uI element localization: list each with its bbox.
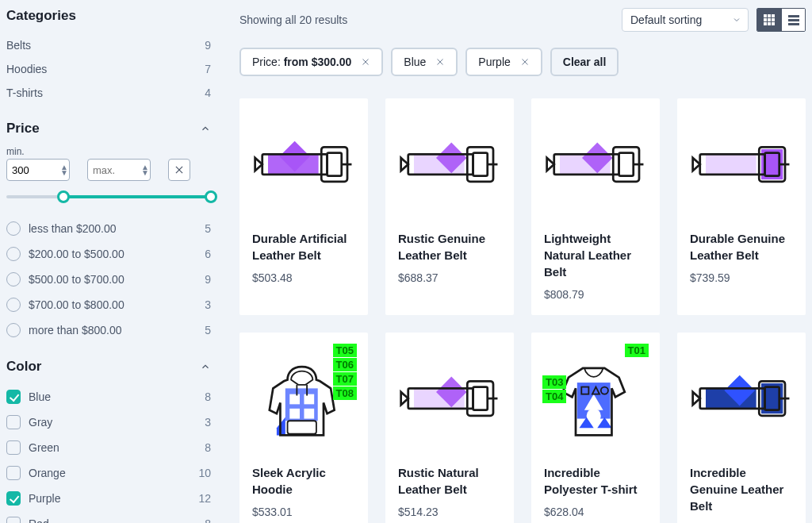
- product-price: $739.59: [690, 271, 793, 284]
- svg-rect-10: [772, 22, 775, 25]
- product-tag: T08: [333, 386, 357, 400]
- price-max-input[interactable]: [87, 159, 151, 181]
- product-grid: Durable Artificial Leather Belt $503.48 …: [239, 98, 806, 523]
- price-heading[interactable]: Price: [6, 121, 211, 137]
- svg-rect-12: [788, 19, 799, 21]
- product-card[interactable]: Incredible Genuine Leather Belt: [677, 333, 806, 523]
- product-card[interactable]: Durable Artificial Leather Belt $503.48: [239, 98, 368, 315]
- product-title: Rustic Genuine Leather Belt: [398, 230, 501, 263]
- checkbox-icon: [6, 415, 21, 429]
- color-option[interactable]: Orange10: [6, 460, 211, 486]
- product-title: Durable Artificial Leather Belt: [252, 230, 355, 263]
- slider-handle-max[interactable]: [205, 190, 217, 203]
- clear-all-button[interactable]: Clear all: [550, 48, 619, 76]
- svg-rect-3: [768, 14, 771, 17]
- product-image: [398, 125, 501, 205]
- grid-view-button[interactable]: [757, 9, 781, 31]
- checkbox-icon: [6, 466, 21, 480]
- product-price: $533.01: [252, 506, 355, 518]
- category-item[interactable]: Belts9: [6, 33, 211, 57]
- color-heading[interactable]: Color: [6, 359, 211, 375]
- slider-fill: [63, 195, 211, 198]
- radio-icon: [6, 247, 21, 261]
- filter-chip-price[interactable]: Price: from $300.00: [239, 48, 383, 76]
- product-card[interactable]: T01 T03T04 Incredible Polyester T-shirt …: [531, 333, 660, 523]
- close-icon[interactable]: [435, 57, 445, 67]
- product-tag: T03: [542, 375, 566, 389]
- svg-rect-11: [788, 15, 799, 17]
- slider-handle-min[interactable]: [57, 190, 70, 203]
- product-card[interactable]: Rustic Natural Leather Belt $514.23: [385, 333, 514, 523]
- chevron-up-icon: [200, 361, 211, 372]
- checkbox-icon: [6, 491, 21, 506]
- svg-rect-9: [768, 22, 771, 25]
- price-range-option[interactable]: more than $800.005: [6, 317, 211, 343]
- radio-icon: [6, 323, 21, 337]
- product-price: $628.04: [544, 506, 647, 518]
- close-icon[interactable]: [361, 57, 370, 67]
- color-option[interactable]: Gray3: [6, 410, 211, 435]
- product-tag: T01: [625, 344, 649, 357]
- svg-rect-31: [289, 409, 300, 419]
- product-card[interactable]: T05T06T07T08 Sleek Acrylic Hoodie $533.0…: [239, 333, 368, 523]
- radio-icon: [6, 221, 21, 236]
- list-icon: [787, 13, 800, 26]
- close-icon: [174, 164, 185, 175]
- chevron-down-icon: [732, 15, 741, 25]
- price-min-input[interactable]: [6, 159, 70, 181]
- category-list: Belts9Hoodies7T-shirts4: [6, 33, 211, 105]
- price-range-option[interactable]: less than $200.005: [6, 216, 211, 241]
- product-title: Durable Genuine Leather Belt: [690, 230, 793, 263]
- svg-rect-27: [706, 154, 756, 174]
- grid-icon: [763, 13, 776, 26]
- svg-rect-5: [764, 18, 767, 21]
- product-image: [252, 125, 355, 205]
- price-reset-button[interactable]: [168, 159, 190, 181]
- radio-icon: [6, 298, 21, 312]
- product-card[interactable]: Durable Genuine Leather Belt $739.59: [677, 98, 806, 315]
- close-icon[interactable]: [520, 57, 530, 67]
- price-range-option[interactable]: $500.00 to $700.009: [6, 267, 211, 292]
- product-tag: T05: [333, 344, 357, 357]
- price-range-list: less than $200.005$200.00 to $500.006$50…: [6, 216, 211, 343]
- category-item[interactable]: Hoodies7: [6, 57, 211, 81]
- svg-rect-13: [788, 23, 799, 25]
- checkbox-icon: [6, 390, 21, 404]
- list-view-button[interactable]: [781, 9, 805, 31]
- category-item[interactable]: T-shirts4: [6, 81, 211, 105]
- svg-rect-30: [304, 394, 314, 405]
- product-image: [398, 360, 501, 439]
- filter-chip-purple[interactable]: Purple: [465, 48, 542, 76]
- price-min-label: min.: [6, 146, 211, 157]
- filter-chip-blue[interactable]: Blue: [391, 48, 458, 76]
- svg-rect-8: [764, 22, 767, 25]
- product-card[interactable]: Lightweight Natural Leather Belt $808.79: [531, 98, 660, 315]
- price-slider[interactable]: [6, 195, 211, 198]
- svg-rect-7: [772, 18, 775, 21]
- product-tag: T04: [542, 390, 566, 403]
- product-price: $514.23: [398, 506, 501, 518]
- color-option[interactable]: Red8: [6, 511, 211, 523]
- product-image: [690, 360, 793, 439]
- price-range-option[interactable]: $700.00 to $800.003: [6, 292, 211, 317]
- color-option[interactable]: Blue8: [6, 384, 211, 410]
- product-title: Incredible Genuine Leather Belt: [690, 464, 793, 514]
- product-title: Lightweight Natural Leather Belt: [544, 230, 647, 280]
- svg-rect-29: [289, 394, 300, 405]
- categories-heading: Categories: [6, 8, 211, 24]
- product-tag: T07: [333, 372, 357, 386]
- product-price: $688.37: [398, 271, 501, 284]
- view-toggle: [756, 8, 806, 32]
- color-option[interactable]: Purple12: [6, 486, 211, 511]
- product-image: [544, 125, 647, 205]
- product-title: Sleek Acrylic Hoodie: [252, 464, 355, 498]
- product-title: Incredible Polyester T-shirt: [544, 464, 647, 498]
- sort-select[interactable]: Default sorting: [622, 8, 749, 32]
- product-price: $808.79: [544, 288, 647, 301]
- product-image: [690, 125, 793, 205]
- product-title: Rustic Natural Leather Belt: [398, 464, 501, 498]
- product-card[interactable]: Rustic Genuine Leather Belt $688.37: [385, 98, 514, 315]
- color-option[interactable]: Green8: [6, 435, 211, 460]
- price-range-option[interactable]: $200.00 to $500.006: [6, 241, 211, 267]
- product-tag: T06: [333, 358, 357, 371]
